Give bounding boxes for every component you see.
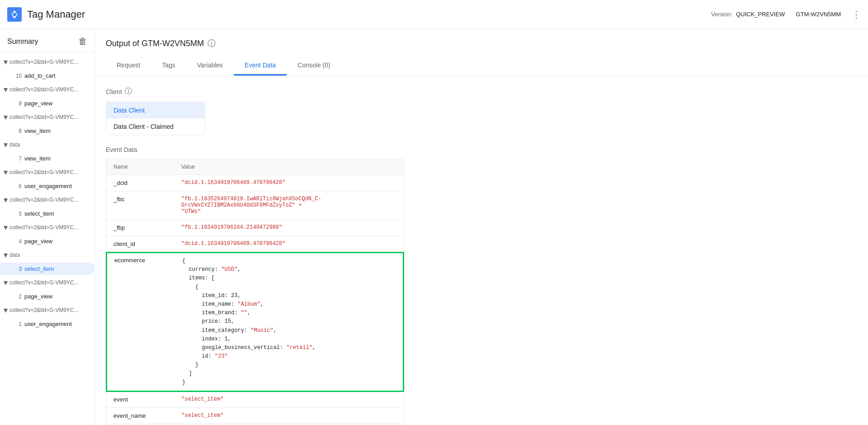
svg-point-1 — [13, 13, 16, 16]
item-label: add_to_cart — [24, 72, 91, 79]
item-label: page_view — [24, 100, 91, 107]
cell-fbp-name: _fbp — [106, 220, 174, 236]
chevron-icon-5: ▾ — [4, 195, 8, 205]
header-version: Version: QUICK_PREVIEW — [711, 11, 785, 18]
tab-event-data[interactable]: Event Data — [234, 56, 287, 76]
sidebar-item-user-engagement-6[interactable]: 6 user_engagement — [0, 180, 94, 192]
tab-variables[interactable]: Variables — [186, 56, 234, 76]
sidebar-group-data-2: ▾ data 3 select_item — [0, 247, 94, 275]
client-info-icon[interactable]: ⓘ — [125, 87, 132, 96]
sidebar-item-view-item-7[interactable]: 7 view_item — [0, 152, 94, 165]
sidebar-group-label-1: collect?v=2&tid=G-VM9YC... — [9, 59, 91, 65]
item-label: select_item — [24, 210, 91, 217]
gtm-logo — [7, 7, 22, 22]
client-option-data-client[interactable]: Data Client — [106, 102, 205, 118]
table-header-row: Name Value — [106, 159, 404, 175]
table-row-event: event "select_item" — [106, 392, 404, 408]
client-label-text: Client — [106, 88, 122, 95]
sidebar-divider — [0, 52, 94, 52]
table-row-fbp: _fbp "fb.1.1634919706164.2140472988" — [106, 220, 404, 236]
client-label: Client ⓘ — [106, 87, 857, 96]
chevron-icon-data2: ▾ — [4, 250, 8, 260]
tab-request[interactable]: Request — [106, 56, 151, 76]
layout: Summary 🗑 ▾ collect?v=2&tid=G-VM9YC... 1… — [0, 29, 868, 425]
version-label: Version: — [711, 11, 732, 18]
sidebar-item-select-item-3-active[interactable]: 3 select_item — [0, 263, 94, 275]
main-title: Output of GTM-W2VN5MM ⓘ — [106, 38, 857, 49]
sidebar-group-label-4: collect?v=2&tid=G-VM9YC... — [9, 169, 91, 175]
sidebar-group-1: ▾ collect?v=2&tid=G-VM9YC... 10 add_to_c… — [0, 54, 94, 82]
delete-icon[interactable]: 🗑 — [78, 36, 87, 47]
menu-icon[interactable]: ⋮ — [852, 9, 861, 20]
app-title: Tag Manager — [27, 9, 85, 20]
sidebar-group-header-2[interactable]: ▾ collect?v=2&tid=G-VM9YC... — [0, 82, 94, 97]
cell-fbc-name: _fbc — [106, 191, 174, 219]
item-label: user_engagement — [24, 183, 91, 189]
sidebar-group-header-5[interactable]: ▾ collect?v=2&tid=G-VM9YC... — [0, 192, 94, 208]
item-num: 6 — [13, 183, 22, 189]
sidebar-group-header-8[interactable]: ▾ collect?v=2&tid=G-VM9YC... — [0, 302, 94, 318]
cell-event-name: event — [106, 392, 174, 407]
header-value: Value — [174, 159, 404, 175]
sidebar-group-label-2: collect?v=2&tid=G-VM9YC... — [9, 86, 91, 93]
chevron-icon-1: ▾ — [4, 57, 8, 67]
item-num: 3 — [13, 266, 22, 272]
chevron-icon-4: ▾ — [4, 167, 8, 177]
table-row-event-name: event_name "select_item" — [106, 408, 404, 424]
cell-event-name-value: "select_item" — [174, 408, 404, 424]
sidebar-item-page-view-2[interactable]: 2 page_view — [0, 290, 94, 302]
sidebar-group-header-data-1[interactable]: ▾ data — [0, 137, 94, 152]
tab-bar: Request Tags Variables Event Data Consol… — [106, 56, 857, 76]
sidebar-group-header-data-2[interactable]: ▾ data — [0, 247, 94, 263]
cell-dcid-value: "dcid.1.1634919706409.470796428" — [174, 175, 404, 191]
sidebar-group-7: ▾ collect?v=2&tid=G-VM9YC... 2 page_view — [0, 275, 94, 302]
item-num: 10 — [13, 73, 22, 79]
item-num: 4 — [13, 238, 22, 245]
sidebar-group-3: ▾ collect?v=2&tid=G-VM9YC... 8 view_item — [0, 109, 94, 137]
content-area: Client ⓘ Data Client Data Client - Claim… — [95, 76, 868, 425]
item-label: page_view — [24, 238, 91, 245]
chevron-icon-8: ▾ — [4, 305, 8, 315]
sidebar-item-add-to-cart[interactable]: 10 add_to_cart — [0, 70, 94, 82]
item-num: 9 — [13, 100, 22, 107]
event-data-label: Event Data — [106, 146, 857, 153]
cell-event-name-name: event_name — [106, 408, 174, 424]
sidebar-item-user-engagement-1[interactable]: 1 user_engagement — [0, 318, 94, 330]
sidebar-group-header-7[interactable]: ▾ collect?v=2&tid=G-VM9YC... — [0, 275, 94, 290]
cell-event-value: "select_item" — [174, 392, 404, 407]
item-label: user_engagement — [24, 321, 91, 327]
cell-ecommerce-name: ecommerce — [107, 253, 175, 391]
sidebar-group-label-8: collect?v=2&tid=G-VM9YC... — [9, 307, 91, 313]
sidebar-item-view-item-8[interactable]: 8 view_item — [0, 125, 94, 137]
sidebar-group-8: ▾ collect?v=2&tid=G-VM9YC... 1 user_enga… — [0, 302, 94, 330]
sidebar-group-header-6[interactable]: ▾ collect?v=2&tid=G-VM9YC... — [0, 220, 94, 235]
app-header: Tag Manager Version: QUICK_PREVIEW GTM-W… — [0, 0, 868, 29]
table-row-dcid: _dcid "dcid.1.1634919706409.470796428" — [106, 175, 404, 191]
sidebar-group-label-3: collect?v=2&tid=G-VM9YC... — [9, 114, 91, 120]
sidebar-group-header-3[interactable]: ▾ collect?v=2&tid=G-VM9YC... — [0, 109, 94, 125]
tab-console[interactable]: Console (0) — [287, 56, 341, 76]
cell-dcid-name: _dcid — [106, 175, 174, 191]
sidebar-item-page-view-4[interactable]: 4 page_view — [0, 235, 94, 247]
version-value: QUICK_PREVIEW — [736, 11, 785, 18]
cell-client-id-value: "dcid.1.1634919706409.470796428" — [174, 236, 404, 252]
item-num: 2 — [13, 293, 22, 300]
info-icon[interactable]: ⓘ — [208, 38, 216, 49]
cell-ecommerce-value: { currency: "USD", items: [ { item_id: 2… — [175, 253, 403, 391]
header-left: Tag Manager — [7, 7, 85, 22]
item-num: 5 — [13, 211, 22, 217]
sidebar-group-header-1[interactable]: ▾ collect?v=2&tid=G-VM9YC... — [0, 54, 94, 70]
client-option-data-client-claimed[interactable]: Data Client - Claimed — [106, 118, 205, 135]
item-label: view_item — [24, 155, 91, 162]
sidebar-header: Summary 🗑 — [0, 29, 94, 50]
sidebar-item-page-view-9[interactable]: 9 page_view — [0, 97, 94, 109]
sidebar-group-6: ▾ collect?v=2&tid=G-VM9YC... 4 page_view — [0, 220, 94, 247]
cell-client-id-name: client_id — [106, 236, 174, 252]
item-num: 1 — [13, 321, 22, 327]
sidebar-title: Summary — [7, 38, 38, 46]
sidebar-group-4: ▾ collect?v=2&tid=G-VM9YC... 6 user_enga… — [0, 165, 94, 192]
sidebar-item-select-item-5[interactable]: 5 select_item — [0, 208, 94, 220]
tab-tags[interactable]: Tags — [151, 56, 186, 76]
sidebar-group-data-1: ▾ data 7 view_item — [0, 137, 94, 165]
sidebar-group-header-4[interactable]: ▾ collect?v=2&tid=G-VM9YC... — [0, 165, 94, 180]
